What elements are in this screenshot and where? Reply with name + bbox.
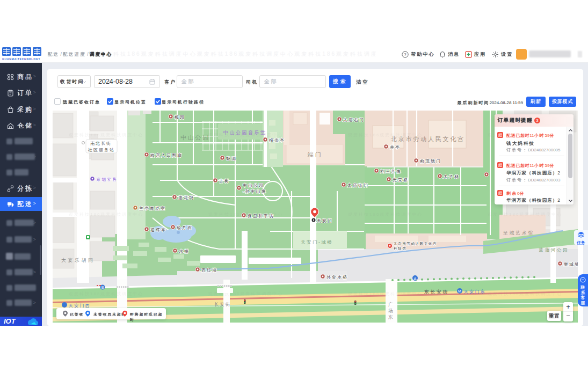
svg-text:社区服务站: 社区服务站 — [88, 148, 115, 152]
svg-text:古树: 古树 — [219, 179, 230, 184]
svg-text:皇城墙: 皇城墙 — [564, 262, 578, 267]
svg-text:观麦科技186观麦科技调度中心: 观麦科技186观麦科技调度中心 — [347, 291, 423, 296]
svg-text:B: B — [101, 286, 104, 289]
svg-text:南北长街: 南北长街 — [90, 141, 112, 146]
svg-text:观麦科技186观麦科技调度中心: 观麦科技186观麦科技调度中心 — [208, 133, 283, 137]
svg-text:东: 东 — [388, 315, 393, 320]
svg-text:呈城艺术馆: 呈城艺术馆 — [503, 230, 534, 236]
svg-text:畅源: 畅源 — [226, 156, 237, 161]
svg-text:M: M — [458, 289, 461, 293]
svg-text:观麦科技186观麦科技调度中心: 观麦科技186观麦科技调度中心 — [68, 212, 143, 217]
svg-text:天安门-城楼: 天安门-城楼 — [301, 239, 333, 245]
svg-text:天安门东: 天安门东 — [464, 289, 486, 294]
svg-text:大宴乐胡同: 大宴乐胡同 — [61, 258, 95, 263]
svg-text:京烟零售: 京烟零售 — [96, 177, 118, 182]
svg-text:外金水桥: 外金水桥 — [326, 275, 348, 280]
svg-text:太子林: 太子林 — [444, 174, 460, 179]
svg-text:唐花坞: 唐花坞 — [178, 195, 194, 200]
svg-text:?: ? — [404, 52, 406, 57]
svg-text:绘月石: 绘月石 — [177, 225, 193, 230]
svg-text:天安门西: 天安门西 — [69, 303, 91, 308]
svg-text:前琉璃门: 前琉璃门 — [420, 159, 441, 164]
svg-text:太庙右门: 太庙右门 — [343, 118, 365, 122]
svg-text:科技馆: 科技馆 — [394, 246, 406, 251]
svg-text:菖蒲河公园: 菖蒲河公园 — [539, 247, 569, 253]
svg-text:迎晖亭: 迎晖亭 — [150, 228, 166, 232]
svg-text:东长安街: 东长安街 — [424, 289, 449, 295]
svg-text:水榭: 水榭 — [179, 249, 190, 254]
svg-text:太庙街门: 太庙街门 — [347, 183, 369, 188]
svg-text:观麦科技186观麦科技调度中心: 观麦科技186观麦科技调度中心 — [68, 133, 143, 137]
svg-text:A: A — [413, 276, 417, 281]
svg-text:端门: 端门 — [307, 151, 323, 158]
svg-text:故宫入口围廊: 故宫入口围廊 — [150, 153, 183, 158]
svg-text:观麦科技186观麦科技调度中心: 观麦科技186观麦科技调度中心 — [347, 212, 423, 217]
svg-text:观麦科技186观麦科技调度中心: 观麦科技186观麦科技调度中心 — [208, 212, 283, 217]
svg-text:投壶亭: 投壶亭 — [268, 138, 285, 143]
svg-text:兰亭展览室: 兰亭展览室 — [139, 206, 166, 211]
svg-text:观麦科技186观麦科技调度中心: 观麦科技186观麦科技调度中心 — [487, 212, 562, 217]
svg-text:中山公园: 中山公园 — [243, 183, 264, 188]
svg-text:北京市劳动人民文化宫: 北京市劳动人民文化宫 — [394, 242, 437, 246]
svg-text:观麦科技186观麦科技调度中心: 观麦科技186观麦科技调度中心 — [68, 291, 143, 296]
svg-text:场: 场 — [388, 308, 393, 313]
svg-text:井亭: 井亭 — [390, 145, 401, 150]
svg-text:梅园: 梅园 — [174, 115, 185, 120]
svg-text:长安街: 长安街 — [214, 302, 231, 307]
svg-text:观麦科技186观麦科技调度中心: 观麦科技186观麦科技调度中心 — [487, 291, 562, 296]
svg-text:-孙中山像: -孙中山像 — [243, 189, 267, 194]
svg-text:观麦科技186观麦科技调度中心: 观麦科技186观麦科技调度中心 — [347, 133, 423, 137]
svg-text:中山公园: 中山公园 — [180, 134, 210, 141]
svg-text:天安门: 天安门 — [317, 218, 333, 223]
svg-text:刘三音像: 刘三音像 — [380, 169, 402, 174]
svg-text:光荣桥: 光荣桥 — [393, 178, 409, 182]
svg-text:广: 广 — [388, 302, 393, 307]
svg-text:西红墙: 西红墙 — [201, 268, 217, 273]
